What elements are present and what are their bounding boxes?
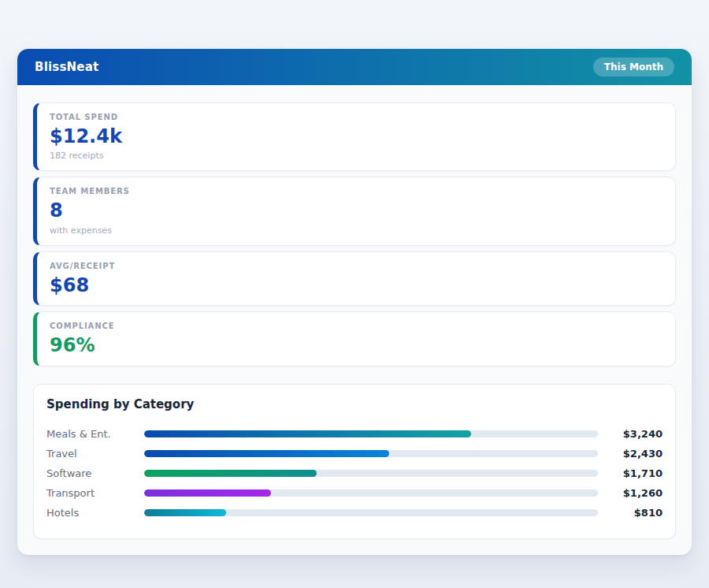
spending-by-category-card: Spending by Category Meals & Ent. $3,240… bbox=[33, 384, 676, 539]
category-value: $3,240 bbox=[607, 428, 663, 440]
stat-subtext: 182 receipts bbox=[50, 151, 663, 161]
stat-value: 96% bbox=[50, 335, 663, 355]
stat-value: 8 bbox=[50, 200, 663, 221]
category-label: Software bbox=[46, 467, 135, 479]
category-label: Hotels bbox=[46, 507, 135, 519]
bar-track bbox=[144, 509, 598, 516]
app-title: BlissNeat bbox=[35, 60, 98, 74]
bar-track bbox=[144, 489, 598, 497]
stat-card-0: TOTAL SPEND $12.4k 182 receipts bbox=[33, 102, 676, 171]
category-value: $810 bbox=[607, 507, 663, 519]
category-row: Travel $2,430 bbox=[46, 444, 663, 463]
stat-value: $12.4k bbox=[50, 126, 663, 147]
stat-value: $68 bbox=[50, 275, 663, 296]
bar-fill-1 bbox=[144, 450, 389, 457]
stat-label: TEAM MEMBERS bbox=[50, 187, 663, 195]
stat-label: AVG/RECEIPT bbox=[50, 262, 663, 270]
section-title: Spending by Category bbox=[46, 397, 663, 411]
category-label: Travel bbox=[46, 448, 135, 460]
stat-label: COMPLIANCE bbox=[50, 322, 663, 330]
bar-fill-0 bbox=[144, 430, 471, 437]
category-row: Transport $1,260 bbox=[46, 483, 663, 503]
bar-fill-4 bbox=[144, 509, 226, 516]
category-row: Meals & Ent. $3,240 bbox=[46, 424, 663, 444]
stat-card-2: AVG/RECEIPT $68 bbox=[33, 251, 676, 306]
category-label: Meals & Ent. bbox=[46, 428, 135, 440]
stat-label: TOTAL SPEND bbox=[50, 113, 663, 121]
bar-track bbox=[144, 470, 598, 477]
app-header: BlissNeat This Month bbox=[17, 49, 692, 85]
stat-card-1: TEAM MEMBERS 8 with expenses bbox=[33, 177, 676, 245]
dashboard-panel: BlissNeat This Month TOTAL SPEND $12.4k … bbox=[17, 49, 692, 555]
bar-track bbox=[144, 430, 598, 437]
bar-track bbox=[144, 450, 598, 457]
category-value: $1,260 bbox=[607, 487, 663, 499]
category-value: $1,710 bbox=[607, 467, 663, 479]
category-row: Hotels $810 bbox=[46, 503, 663, 523]
period-badge[interactable]: This Month bbox=[593, 58, 674, 76]
category-label: Transport bbox=[46, 487, 135, 499]
stat-card-3: COMPLIANCE 96% bbox=[33, 311, 676, 366]
bar-fill-2 bbox=[144, 470, 317, 477]
dashboard-content: TOTAL SPEND $12.4k 182 receipts TEAM MEM… bbox=[17, 85, 692, 555]
category-row: Software $1,710 bbox=[46, 463, 663, 483]
stat-subtext: with expenses bbox=[50, 225, 663, 236]
category-value: $2,430 bbox=[607, 448, 663, 460]
bar-fill-3 bbox=[144, 489, 271, 497]
